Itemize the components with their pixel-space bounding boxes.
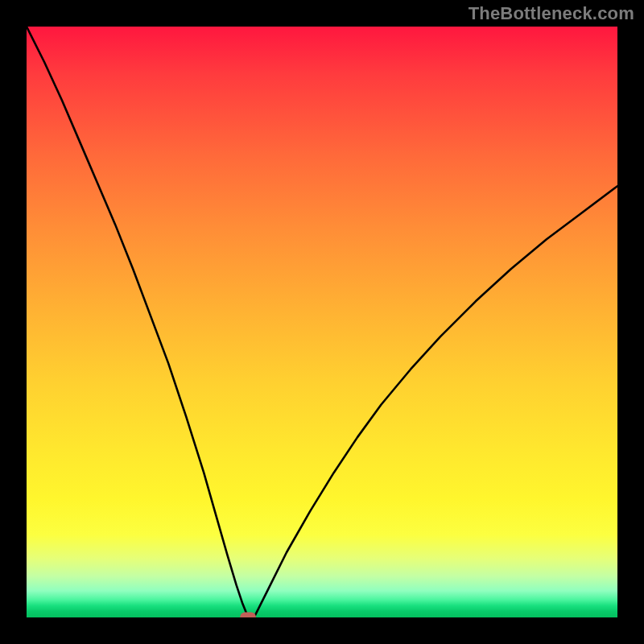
bottleneck-curve xyxy=(27,27,617,617)
optimum-marker-icon xyxy=(240,612,256,617)
watermark-text: TheBottleneck.com xyxy=(469,3,634,24)
chart-plot-area xyxy=(27,27,617,617)
chart-frame: TheBottleneck.com xyxy=(0,0,644,644)
